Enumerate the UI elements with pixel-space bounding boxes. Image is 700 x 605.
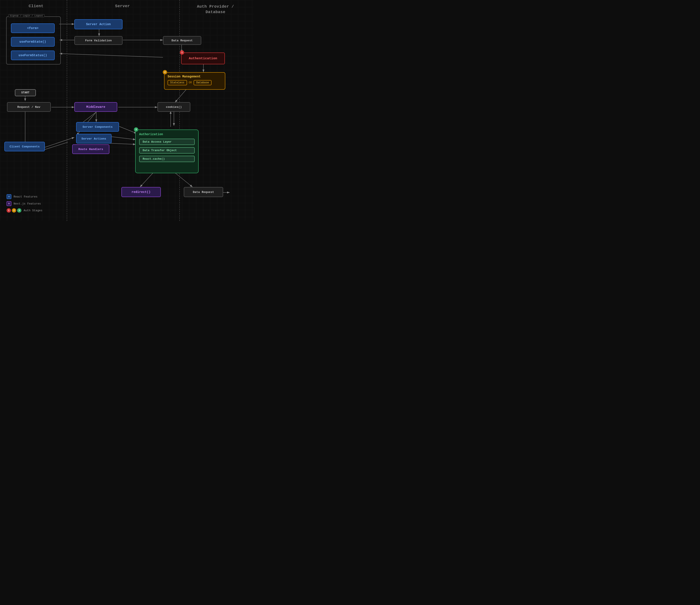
client-group: Signup / Login / Logout <form> useFormSt… — [6, 17, 61, 65]
badge-2: 2 — [163, 70, 167, 74]
legend-react-icon: A — [6, 194, 11, 199]
authorization-container: 3 Authorization Data Access Layer Data T… — [135, 129, 199, 173]
svg-line-16 — [83, 112, 96, 122]
legend-react-label: React Features — [14, 195, 38, 198]
stateless-chip: Stateless — [168, 80, 187, 85]
route-handlers-box: Route Handlers — [72, 144, 109, 154]
server-header: Server — [72, 4, 173, 8]
middleware-box: Middleware — [74, 102, 117, 112]
server-actions-box: Server Actions — [76, 134, 111, 144]
form-box: <form> — [11, 23, 55, 33]
session-inner: Stateless OR Database — [168, 80, 222, 85]
data-transfer-object-chip: Data Transfer Object — [139, 147, 195, 154]
server-action-box: Server Action — [74, 19, 123, 29]
cookies-box: cookies() — [157, 102, 190, 112]
session-management-container: 2 Session Management Stateless OR Databa… — [164, 72, 225, 90]
legend-auth-stages-label: Auth Stages — [24, 209, 43, 212]
divider-client-server — [67, 0, 67, 221]
client-header: Client — [4, 4, 68, 8]
authentication-container: 1 Authentication — [181, 52, 225, 64]
or-text: OR — [189, 81, 192, 84]
legend-nextjs-icon: B — [6, 201, 11, 206]
legend-badge-2: 2 — [12, 208, 16, 212]
legend-nextjs-label: Next.js Features — [14, 202, 41, 205]
legend-auth-stages: 1 2 3 Auth Stages — [6, 208, 43, 212]
svg-line-23 — [111, 137, 135, 140]
client-group-label: Signup / Login / Logout — [8, 14, 45, 17]
useformstate-box: useFormState() — [11, 37, 55, 47]
legend-badge-1: 1 — [6, 208, 11, 212]
redirect-box: redirect() — [121, 187, 161, 197]
data-request-top-box: Data Request — [163, 36, 201, 45]
legend-nextjs: B Next.js Features — [6, 201, 43, 206]
data-request-bottom-box: Data Request — [184, 187, 223, 197]
badge-3: 3 — [134, 127, 138, 132]
authorization-label: Authorization — [139, 132, 195, 136]
diagram-container: Client Server Auth Provider /Database Si… — [0, 0, 254, 221]
legend-badge-3: 3 — [17, 208, 21, 212]
database-chip: Database — [194, 80, 211, 85]
session-management-box: Session Management Stateless OR Database — [164, 72, 225, 90]
svg-line-7 — [59, 54, 163, 57]
authentication-box: Authentication — [181, 52, 225, 64]
session-label: Session Management — [168, 75, 222, 78]
authorization-inner: Data Access Layer Data Transfer Object R… — [139, 139, 195, 162]
request-nav-box: Request / Nav — [7, 102, 51, 112]
svg-line-20 — [41, 137, 74, 149]
server-components-box: Server Components — [76, 122, 119, 132]
react-cache-chip: React.cache() — [139, 156, 195, 162]
client-components-box: Client Components — [4, 142, 45, 151]
svg-line-25 — [140, 173, 153, 187]
form-validation-box: Form Validation — [74, 36, 123, 45]
legend-react: A React Features — [6, 194, 43, 199]
legend: A React Features B Next.js Features 1 2 … — [6, 194, 43, 215]
authorization-box: Authorization Data Access Layer Data Tra… — [135, 129, 199, 173]
data-access-layer-chip: Data Access Layer — [139, 139, 195, 145]
svg-line-26 — [175, 173, 193, 187]
useformstatus-box: useFormStatus() — [11, 51, 55, 60]
legend-badges: 1 2 3 — [6, 208, 21, 212]
start-box: START — [15, 89, 36, 96]
svg-line-24 — [109, 143, 135, 144]
badge-1: 1 — [180, 50, 184, 55]
auth-provider-header: Auth Provider /Database — [184, 4, 247, 15]
svg-line-12 — [175, 89, 187, 102]
